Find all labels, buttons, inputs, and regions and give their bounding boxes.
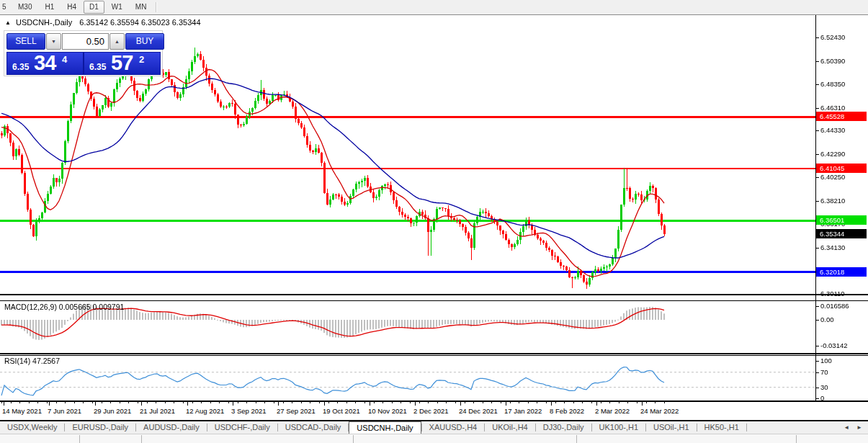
chart-tab-usdchf-daily[interactable]: USDCHF-,Daily <box>207 421 277 434</box>
y-axis-tick-mark <box>815 37 819 38</box>
x-axis-minor-tick <box>192 402 193 403</box>
macd-axis-tick-label: 0.00 <box>820 316 834 323</box>
sell-price-big-digits: 34 <box>34 51 55 75</box>
x-axis-minor-tick <box>619 402 619 403</box>
timeframe-button-w1[interactable]: W1 <box>106 1 128 14</box>
x-axis-minor-tick <box>102 402 102 403</box>
timeframe-button-m30[interactable]: M30 <box>12 1 37 14</box>
hline-price-tag: 6.32018 <box>816 267 867 277</box>
x-axis-date-label: 8 Feb 2022 <box>550 407 584 415</box>
x-axis-date-label: 10 Nov 2021 <box>368 407 407 415</box>
y-axis-tick-mark <box>815 248 819 249</box>
x-axis-minor-tick <box>392 402 393 403</box>
chart-tab-dj30-daily[interactable]: DJ30-,Daily <box>536 421 591 434</box>
chart-tab-usdcad-daily[interactable]: USDCAD-,Daily <box>278 421 349 434</box>
macd-axis-tick-label: -0.03142 <box>820 341 848 349</box>
buy-price-display[interactable]: 6.35 57 2 <box>84 52 161 75</box>
x-axis-minor-tick <box>528 402 529 403</box>
x-axis-minor-tick <box>283 402 284 403</box>
volume-input[interactable]: 0.50 <box>62 33 109 50</box>
x-axis-minor-tick <box>56 402 57 403</box>
x-axis-minor-tick <box>183 402 184 403</box>
tab-scroll-right-button[interactable]: ► <box>856 424 862 431</box>
x-axis-minor-tick <box>655 402 656 403</box>
x-axis-minor-tick <box>37 402 38 403</box>
x-axis-minor-tick <box>664 402 665 403</box>
x-axis-minor-tick <box>646 402 647 403</box>
chart-tab-uk100-h1[interactable]: UK100-,H1 <box>592 421 645 434</box>
status-bar-separator <box>796 435 797 443</box>
volume-increase-button[interactable]: ▲ <box>109 33 125 50</box>
x-axis-minor-tick <box>483 402 483 403</box>
x-axis-tick-mark <box>4 402 4 406</box>
y-axis-tick-label: 6.44330 <box>820 126 845 134</box>
sell-price-display[interactable]: 6.35 34 4 <box>6 52 84 75</box>
x-axis-minor-tick <box>364 402 365 403</box>
chart-tab-usdx-weekly[interactable]: USDX,Weekly <box>0 421 64 434</box>
timeframe-button-mn[interactable]: MN <box>130 1 153 14</box>
x-axis-tick-mark <box>233 402 233 406</box>
collapse-quote-panel-arrow[interactable]: ▲ <box>5 19 11 26</box>
buy-button[interactable]: BUY <box>125 33 164 50</box>
chart-tab-hk50-h1[interactable]: HK50-,H1 <box>697 421 746 434</box>
rsi-indicator-label: RSI(14) 47.2567 <box>4 357 60 365</box>
chart-tab-usoil-h1[interactable]: USOil-,H1 <box>646 421 697 434</box>
x-axis-minor-tick <box>156 402 156 403</box>
chart-tab-audusd-daily[interactable]: AUDUSD-,Daily <box>136 421 207 434</box>
x-axis-minor-tick <box>473 402 474 403</box>
x-axis-minor-tick <box>519 402 519 403</box>
x-axis-date-label: 27 Sep 2021 <box>277 407 316 415</box>
sell-price-pip-digit: 4 <box>62 54 67 65</box>
x-axis-minor-tick <box>573 402 574 403</box>
macd-axis-tick-mark <box>815 346 819 346</box>
x-axis-minor-tick <box>627 402 628 403</box>
x-axis-date-label: 17 Jan 2022 <box>504 407 542 415</box>
buy-price-pip-digit: 2 <box>139 54 144 65</box>
hline-price-tag: 6.45528 <box>816 112 867 121</box>
chart-tab-usdcnh-daily[interactable]: USDCNH-,Daily <box>349 421 421 434</box>
x-axis-minor-tick <box>346 402 347 403</box>
pane-border <box>0 401 868 402</box>
x-axis-minor-tick <box>428 402 429 403</box>
x-axis-minor-tick <box>246 402 247 403</box>
volume-decrease-button[interactable]: ▼ <box>46 33 61 50</box>
chart-tab-ukoil-h4[interactable]: UKOil-,H4 <box>485 421 535 434</box>
x-axis-date-label: 24 Dec 2021 <box>459 407 498 415</box>
timeframe-button-h4[interactable]: H4 <box>61 1 82 14</box>
x-axis-tick-mark <box>187 402 188 406</box>
x-axis-tick-mark <box>415 402 416 406</box>
x-axis-tick-mark <box>49 402 50 406</box>
x-axis-minor-tick <box>591 402 592 403</box>
y-axis-tick-mark <box>815 177 819 178</box>
sell-button[interactable]: SELL <box>6 33 45 50</box>
macd-indicator-label: MACD(12,26,9) 0.005665 0.009791 <box>4 303 124 311</box>
timeframe-button-5[interactable]: 5 <box>1 1 11 14</box>
x-axis-minor-tick <box>410 402 411 403</box>
tab-scroll-left-button[interactable]: ◄ <box>844 424 849 431</box>
x-axis-date-label: 12 Aug 2021 <box>186 407 224 415</box>
pane-separator[interactable] <box>0 353 868 354</box>
chart-tab-eurusd-daily[interactable]: EURUSD-,Daily <box>65 421 135 434</box>
x-axis-minor-tick <box>47 402 48 403</box>
status-bar-separator <box>353 435 354 443</box>
y-axis-tick-mark <box>815 294 819 295</box>
pane-separator[interactable] <box>0 294 868 295</box>
x-axis-tick-mark <box>460 402 461 406</box>
chart-tab-xauusd-h4[interactable]: XAUUSD-,H4 <box>422 421 485 434</box>
x-axis-minor-tick <box>65 402 66 403</box>
x-axis-tick-mark <box>95 402 96 406</box>
x-axis-minor-tick <box>510 402 511 403</box>
x-axis-date-label: 21 Jul 2021 <box>140 407 175 415</box>
timeframe-button-h1[interactable]: H1 <box>39 1 60 14</box>
x-axis-tick-mark <box>141 402 142 406</box>
status-bar-separator <box>79 435 80 443</box>
timeframe-button-d1[interactable]: D1 <box>84 1 104 14</box>
x-axis-tick-mark <box>506 402 506 406</box>
x-axis-tick-mark <box>370 402 370 406</box>
one-click-trading-panel: SELL ▼ 0.50 ▲ BUY 6.35 34 4 6.35 57 2 <box>4 30 163 76</box>
hline-price-tag: 6.36501 <box>816 215 867 225</box>
rsi-canvas[interactable] <box>0 356 815 401</box>
x-axis-tick-mark <box>278 402 279 406</box>
y-axis-tick-label: 6.40250 <box>820 173 845 181</box>
x-axis-minor-tick <box>446 402 447 403</box>
